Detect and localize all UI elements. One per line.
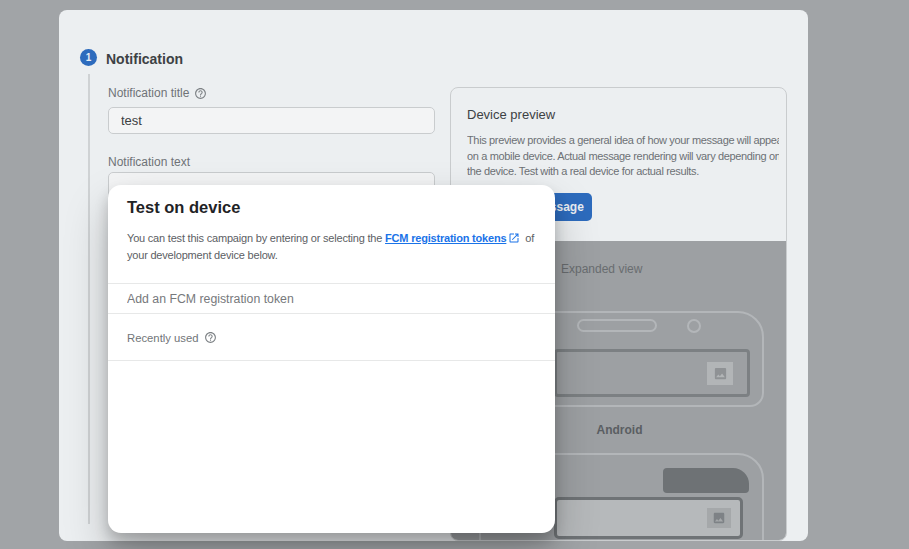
- help-icon[interactable]: [194, 87, 207, 100]
- device-preview-description-line: on a mobile device. Actual message rende…: [467, 149, 779, 165]
- phone-speaker: [577, 319, 657, 332]
- step-number-badge: 1: [80, 49, 97, 66]
- step-title: Notification: [106, 51, 183, 67]
- divider: [108, 360, 555, 361]
- divider: [108, 313, 555, 314]
- stepper-line: [88, 74, 90, 524]
- fcm-token-input[interactable]: [127, 284, 537, 313]
- help-icon[interactable]: [204, 331, 217, 344]
- recently-used-label: Recently used: [127, 331, 217, 344]
- image-placeholder-icon: [707, 362, 733, 385]
- notification-title-label: Notification title: [108, 86, 207, 100]
- phone-camera: [687, 319, 701, 333]
- open-in-new-icon: [508, 232, 520, 244]
- notification-text-label-text: Notification text: [108, 155, 190, 169]
- recently-used-label-text: Recently used: [127, 332, 199, 344]
- device-preview-description: This preview provides a general idea of …: [467, 133, 779, 180]
- tab-expanded-view[interactable]: Expanded view: [561, 262, 642, 276]
- notification-title-input[interactable]: [108, 107, 435, 134]
- intro-text-before: You can test this campaign by entering o…: [127, 232, 385, 244]
- notification-preview-card: [554, 497, 743, 539]
- phone-status-area: [663, 468, 749, 493]
- test-on-device-dialog: Test on device You can test this campaig…: [108, 185, 555, 533]
- fcm-registration-tokens-link[interactable]: FCM registration tokens: [385, 232, 506, 244]
- notification-preview-card: [554, 349, 750, 397]
- dialog-title: Test on device: [127, 198, 240, 217]
- notification-text-label: Notification text: [108, 155, 190, 169]
- device-preview-description-line: This preview provides a general idea of …: [467, 133, 779, 149]
- image-placeholder-icon: [707, 508, 731, 528]
- dialog-intro-text: You can test this campaign by entering o…: [127, 230, 541, 263]
- device-preview-title: Device preview: [467, 107, 555, 122]
- device-preview-description-line: the device. Test with a real device for …: [467, 164, 779, 180]
- notification-title-label-text: Notification title: [108, 86, 189, 100]
